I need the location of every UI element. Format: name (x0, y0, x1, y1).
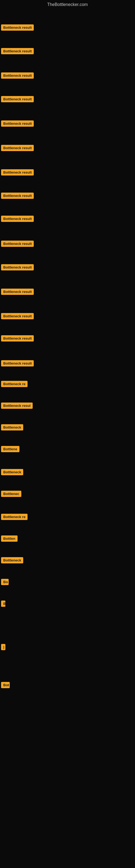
bottleneck-result-row: Bottleneck result (1, 193, 34, 200)
bottleneck-label: Bottleneck re (1, 514, 28, 520)
bottleneck-label: Bottleneck result (1, 335, 34, 341)
bottleneck-result-row: Bottleneck result (1, 145, 34, 152)
bottleneck-result-row: Bottleneck result (1, 289, 34, 296)
bottleneck-label: Bottleneck result (1, 241, 34, 247)
bottleneck-result-row: B (1, 600, 5, 608)
bottleneck-label: Bottleneck result (1, 216, 34, 222)
bottleneck-label: Bottleneck result (1, 313, 34, 319)
site-title: TheBottlenecker.com (0, 0, 135, 9)
bottleneck-result-row: Bottleneck result (1, 48, 34, 55)
bottleneck-label: B (1, 600, 5, 607)
bottleneck-result-row: Bottleneck result (1, 241, 34, 248)
bottleneck-result-row: Bottleneck re (1, 381, 28, 388)
bottleneck-result-row: Bottlenec (1, 491, 21, 498)
bottleneck-result-row: Bottleneck result (1, 120, 34, 128)
bottleneck-result-row: Bottleneck result (1, 169, 34, 177)
bottleneck-label: Bottleneck result (1, 289, 34, 295)
bottleneck-label: Bo (1, 579, 9, 585)
bottleneck-label: Bottleneck (1, 557, 23, 563)
bottleneck-result-row: Bottleneck result (1, 360, 34, 368)
bottleneck-label: | (1, 644, 5, 650)
bottleneck-label: Bottleneck re (1, 381, 28, 387)
bottleneck-label: Bottleneck result (1, 145, 34, 151)
bottleneck-label: Bottleneck (1, 469, 23, 475)
bottleneck-result-row: Bottleneck (1, 424, 23, 432)
bottleneck-result-row: Bottleneck (1, 469, 23, 476)
bottleneck-label: Bottlenec (1, 491, 21, 497)
bottleneck-label: Bot (1, 682, 10, 688)
bottleneck-result-row: Bottleneck result (1, 96, 34, 103)
bottleneck-label: Bottleneck result (1, 96, 34, 102)
bottleneck-result-row: Bottleneck result (1, 216, 34, 223)
bottleneck-label: Bottlene (1, 446, 19, 452)
bottleneck-label: Bottleneck resul (1, 403, 33, 409)
bottleneck-result-row: Bottleneck resul (1, 403, 33, 410)
bottleneck-result-row: | (1, 644, 5, 651)
bottleneck-result-row: Bottleneck re (1, 514, 28, 521)
bottleneck-result-row: Bo (1, 579, 9, 586)
bottleneck-result-row: Bottlen (1, 535, 17, 543)
bottleneck-label: Bottleneck result (1, 120, 34, 127)
bottleneck-label: Bottleneck result (1, 48, 34, 54)
bottleneck-result-row: Bottleneck result (1, 335, 34, 343)
bottleneck-label: Bottleneck result (1, 169, 34, 176)
bottleneck-result-row: Bottleneck result (1, 313, 34, 320)
bottleneck-result-row: Bot (1, 682, 10, 689)
bottleneck-result-row: Bottleneck result (1, 72, 34, 80)
bottleneck-result-row: Bottleneck result (1, 264, 34, 272)
bottleneck-label: Bottleneck (1, 424, 23, 431)
bottleneck-label: Bottleneck result (1, 360, 34, 367)
bottleneck-result-row: Bottleneck result (1, 24, 34, 32)
bottleneck-label: Bottleneck result (1, 264, 34, 271)
bottleneck-label: Bottlen (1, 535, 17, 542)
bottleneck-result-row: Bottlene (1, 446, 19, 453)
bottleneck-label: Bottleneck result (1, 193, 34, 199)
bottleneck-label: Bottleneck result (1, 24, 34, 31)
bottleneck-result-row: Bottleneck (1, 557, 23, 564)
bottleneck-label: Bottleneck result (1, 72, 34, 79)
